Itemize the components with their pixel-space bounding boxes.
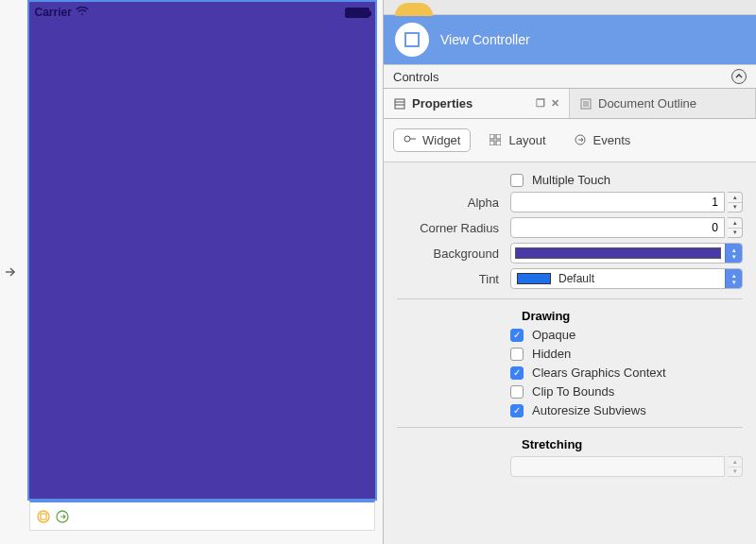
expand-right-arrow[interactable]	[0, 0, 21, 544]
stretching-input[interactable]	[510, 456, 725, 477]
alpha-label: Alpha	[397, 196, 510, 210]
controls-section-header[interactable]: Controls	[384, 64, 756, 89]
stretching-heading: Stretching	[522, 437, 743, 451]
corner-radius-stepper[interactable]: ▴▾	[728, 217, 743, 238]
battery-icon	[345, 8, 369, 18]
multiple-touch-checkbox[interactable]	[510, 174, 524, 187]
tint-combo-button[interactable]: ▴▾	[725, 269, 742, 288]
status-bar: Carrier	[29, 2, 375, 23]
view-controller-icon	[395, 23, 429, 57]
subtab-widget-label: Widget	[422, 133, 460, 147]
alpha-stepper[interactable]: ▴▾	[728, 192, 743, 212]
properties-body: Multiple Touch Alpha ▴▾ Corner Radius ▴▾…	[384, 162, 756, 544]
opaque-label: Opaque	[532, 328, 576, 342]
events-icon	[575, 134, 588, 147]
clears-graphics-checkbox[interactable]	[510, 366, 524, 380]
inspector-pane: View Controller Controls Properties ❐ ✕ …	[383, 0, 756, 544]
stretching-stepper[interactable]: ▴▾	[728, 456, 743, 477]
document-outline-icon	[579, 97, 593, 110]
clip-bounds-label: Clip To Bounds	[532, 384, 614, 399]
scene-dock	[29, 501, 375, 531]
svg-rect-3	[395, 99, 404, 109]
tab-doc-outline-label: Document Outline	[598, 96, 696, 110]
canvas-area[interactable]: Carrier	[21, 0, 383, 544]
corner-radius-label: Corner Radius	[397, 221, 510, 235]
autoresize-checkbox[interactable]	[510, 404, 524, 417]
svg-rect-15	[496, 141, 501, 145]
tab-document-outline[interactable]: Document Outline	[570, 89, 756, 118]
subtab-events[interactable]: Events	[565, 128, 641, 152]
background-combo-button[interactable]: ▴▾	[725, 244, 742, 263]
background-color-picker[interactable]: ▴▾	[510, 243, 743, 264]
design-canvas-pane: Carrier	[0, 0, 383, 544]
selected-view-controller-row[interactable]: View Controller	[384, 15, 756, 64]
tint-swatch	[517, 273, 551, 284]
layout-icon	[490, 134, 503, 147]
hidden-checkbox[interactable]	[510, 348, 524, 361]
clip-bounds-checkbox[interactable]	[510, 385, 524, 399]
view-controller-label: View Controller	[440, 32, 530, 47]
panel-tabs: Properties ❐ ✕ Document Outline	[384, 89, 756, 119]
view-controller-dock-icon[interactable]	[36, 509, 51, 524]
tint-label: Tint	[397, 272, 510, 286]
controls-label: Controls	[393, 70, 438, 84]
corner-radius-input[interactable]	[510, 217, 725, 238]
clears-graphics-label: Clears Graphics Context	[532, 366, 666, 380]
wifi-icon	[76, 6, 89, 19]
subtab-events-label: Events	[593, 133, 631, 147]
autoresize-label: Autoresize Subviews	[532, 403, 646, 417]
tab-properties-label: Properties	[412, 96, 472, 110]
hierarchy-partial	[384, 0, 756, 15]
opaque-checkbox[interactable]	[510, 329, 524, 342]
device-frame[interactable]: Carrier	[27, 0, 377, 501]
hidden-label: Hidden	[532, 347, 571, 361]
tab-properties[interactable]: Properties ❐ ✕	[384, 89, 570, 118]
svg-rect-13	[496, 134, 501, 139]
subtab-layout[interactable]: Layout	[480, 128, 555, 152]
multiple-touch-label: Multiple Touch	[532, 173, 610, 187]
widget-icon	[404, 134, 417, 147]
drawing-heading: Drawing	[522, 309, 743, 323]
carrier-label: Carrier	[35, 6, 72, 19]
subtab-widget[interactable]: Widget	[393, 128, 471, 152]
property-subtabs: Widget Layout Events	[384, 119, 756, 162]
properties-icon	[393, 97, 406, 110]
svg-point-10	[404, 136, 410, 142]
close-icon[interactable]: ✕	[551, 97, 559, 110]
exit-dock-icon[interactable]	[55, 509, 70, 524]
subtab-layout-label: Layout	[508, 133, 545, 147]
tint-value-label: Default	[557, 272, 725, 285]
svg-rect-14	[490, 141, 494, 145]
svg-rect-1	[41, 514, 46, 519]
collapse-toggle-icon[interactable]	[731, 69, 747, 84]
popout-icon[interactable]: ❐	[536, 97, 545, 110]
alpha-input[interactable]	[510, 192, 725, 212]
tint-color-picker[interactable]: Default ▴▾	[510, 268, 743, 289]
background-swatch	[515, 247, 721, 259]
svg-point-0	[38, 511, 49, 522]
svg-rect-12	[490, 134, 494, 139]
background-label: Background	[397, 246, 510, 261]
